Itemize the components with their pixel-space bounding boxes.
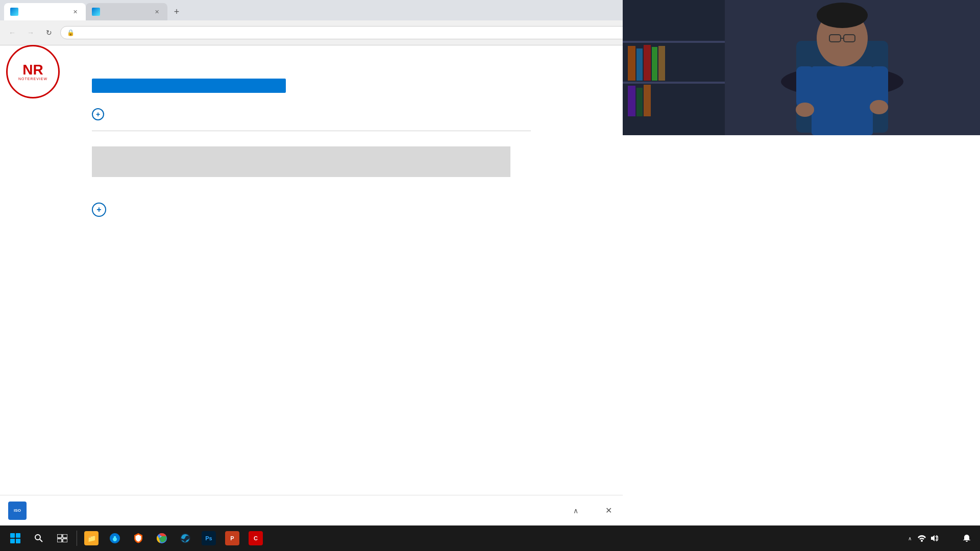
taskbar-chrome[interactable] <box>151 527 173 549</box>
taskbar-antivirus[interactable]: C <box>244 527 267 549</box>
notification-button[interactable] <box>958 529 976 547</box>
webcam-overlay <box>623 0 980 135</box>
taskbar-edge[interactable] <box>104 527 126 549</box>
nr-logo-subtitle: NOTEREVIEW <box>18 77 47 81</box>
svg-rect-2 <box>623 41 725 43</box>
file-explorer-icon: 📁 <box>84 531 99 545</box>
svg-point-15 <box>817 3 868 28</box>
volume-icon[interactable] <box>929 533 939 543</box>
taskbar-powerpoint[interactable]: P <box>221 527 243 549</box>
svg-rect-27 <box>63 534 67 538</box>
content-wrapper: + + <box>46 56 577 224</box>
system-tray-expand[interactable]: ∧ <box>904 533 915 543</box>
svg-point-33 <box>921 540 923 542</box>
webcam-video <box>623 0 980 135</box>
new-tab-button[interactable]: + <box>169 5 184 19</box>
back-button[interactable]: ← <box>5 26 19 40</box>
brave-icon <box>131 531 145 545</box>
chrome-icon <box>155 531 169 545</box>
verify-download-link[interactable]: + <box>92 108 531 120</box>
refresh-button[interactable]: ↻ <box>42 26 56 40</box>
system-tray: ∧ <box>904 529 976 547</box>
svg-rect-7 <box>652 47 657 81</box>
download-progress-bar: ISO ∧ ✕ <box>0 495 623 525</box>
show-all-button[interactable] <box>588 508 596 514</box>
task-view-button[interactable] <box>51 527 74 549</box>
photoshop-icon: Ps <box>202 531 216 545</box>
svg-rect-26 <box>57 534 62 538</box>
svg-line-25 <box>40 539 42 542</box>
svg-rect-28 <box>57 539 62 542</box>
task-view-icon <box>57 534 67 542</box>
forward-button[interactable]: → <box>23 26 38 40</box>
svg-rect-6 <box>644 45 651 81</box>
svg-point-22 <box>796 103 814 117</box>
download-chevron-button[interactable]: ∧ <box>570 505 582 517</box>
powerpoint-icon: P <box>225 531 239 545</box>
svg-rect-5 <box>636 48 643 81</box>
edge-icon <box>108 531 122 545</box>
taskbar-separator <box>77 531 77 546</box>
taskbar-search-button[interactable] <box>28 527 50 549</box>
info-box <box>92 146 510 177</box>
svg-point-24 <box>35 535 40 540</box>
svg-rect-10 <box>636 88 643 116</box>
tab-favicon-1 <box>10 8 18 16</box>
taskbar-steam[interactable] <box>174 527 197 549</box>
taskbar-file-explorer[interactable]: 📁 <box>80 527 103 549</box>
steam-icon <box>178 531 192 545</box>
taskbar-photoshop[interactable]: Ps <box>198 527 220 549</box>
verify-icon: + <box>92 108 104 120</box>
svg-rect-8 <box>658 46 665 81</box>
svg-rect-3 <box>623 82 725 84</box>
tab-close-1[interactable]: ✕ <box>70 7 80 16</box>
svg-rect-11 <box>644 85 651 116</box>
svg-rect-20 <box>796 66 814 107</box>
search-icon <box>34 534 43 543</box>
tab-insider-preview[interactable]: ✕ <box>86 3 167 20</box>
feedback-icon: + <box>92 203 106 217</box>
svg-rect-9 <box>628 86 635 116</box>
antivirus-icon: C <box>249 531 263 545</box>
download-file-icon: ISO <box>8 502 27 520</box>
notification-icon <box>963 534 971 542</box>
taskbar: 📁 <box>0 525 980 551</box>
close-download-button[interactable]: ✕ <box>602 505 615 517</box>
windows-logo-icon <box>10 533 20 543</box>
lock-icon: 🔒 <box>67 29 75 36</box>
tab-close-2[interactable]: ✕ <box>152 7 161 16</box>
taskbar-brave[interactable] <box>127 527 150 549</box>
tab-favicon-2 <box>92 8 100 16</box>
start-button[interactable] <box>4 527 27 549</box>
feedback-link[interactable]: + <box>92 203 531 217</box>
person-silhouette <box>623 0 980 135</box>
svg-rect-19 <box>812 66 873 135</box>
nr-logo: NR NOTEREVIEW <box>6 45 60 98</box>
download-64bit-button[interactable] <box>92 79 286 93</box>
nr-logo-text: NR <box>18 63 47 77</box>
svg-rect-29 <box>63 539 67 542</box>
svg-rect-4 <box>628 46 635 81</box>
main-content: + + <box>0 45 623 245</box>
tab-download-windows[interactable]: ✕ <box>4 3 86 20</box>
network-icon[interactable] <box>917 533 927 543</box>
section-divider <box>92 131 531 131</box>
svg-point-23 <box>870 100 888 114</box>
